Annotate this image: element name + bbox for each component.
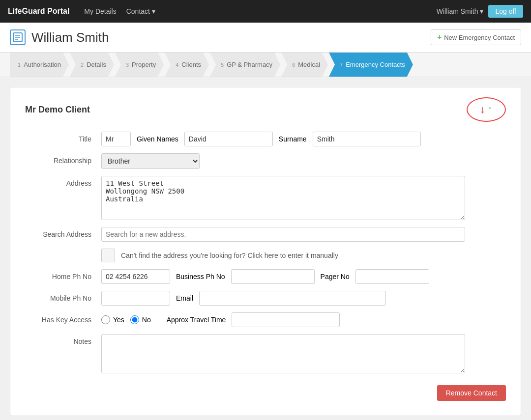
wizard-step-details[interactable]: 2 Details [70, 53, 114, 77]
nav-links: My Details Contact ▾ [84, 7, 436, 15]
travel-time-label: Approx Travel Time [167, 316, 226, 324]
title-input[interactable] [101, 132, 131, 146]
address-label: Address [25, 176, 101, 187]
email-label: Email [176, 294, 193, 302]
nav-right: William Smith Log off [437, 5, 523, 18]
key-access-row: Has Key Access Yes No Approx Travel Time [25, 312, 506, 327]
key-access-label: Has Key Access [25, 312, 101, 324]
wizard-step-clients[interactable]: 4 Clients [165, 53, 209, 77]
mobile-email-row: Mobile Ph No Email [25, 291, 506, 306]
surname-input[interactable] [313, 132, 421, 146]
relationship-select[interactable]: Brother Sister Mother Father Son Daughte… [101, 153, 200, 169]
remove-area: Remove Contact [25, 380, 506, 401]
step-num-4: 4 [176, 62, 178, 68]
wizard-step-medical[interactable]: 6 Medical [281, 53, 328, 77]
phone-row: Home Ph No Business Ph No Pager No [25, 269, 506, 284]
wizard-step-emergency-contacts[interactable]: 7 Emergency Contacts [329, 53, 413, 77]
search-address-input[interactable] [101, 227, 465, 242]
notes-row: Notes [25, 334, 506, 373]
wizard-step-gp-pharmacy[interactable]: 5 GP & Pharmacy [210, 53, 280, 77]
navbar: LifeGuard Portal My Details Contact ▾ Wi… [0, 0, 531, 23]
wizard-step-property[interactable]: 3 Property [115, 53, 164, 77]
radio-yes[interactable] [101, 315, 110, 324]
business-ph-label: Business Ph No [176, 273, 225, 280]
manual-address-checkbox[interactable] [101, 249, 115, 262]
title-label: Title [25, 132, 101, 143]
manual-address-row: Can't find the address you're looking fo… [101, 249, 506, 262]
page-title: William Smith [31, 30, 109, 45]
pager-input[interactable] [355, 269, 429, 284]
relationship-row: Relationship Brother Sister Mother Fathe… [25, 153, 506, 169]
radio-no[interactable] [130, 315, 139, 324]
mobile-ph-label: Mobile Ph No [25, 291, 101, 302]
logout-button[interactable]: Log off [488, 5, 523, 18]
notes-controls [101, 334, 506, 373]
search-controls [101, 227, 506, 242]
search-address-row: Search Address [25, 227, 506, 242]
main-content: Mr Demo Client ↓ ↑ Title Given Names Sur… [0, 77, 531, 420]
manual-address-text[interactable]: Can't find the address you're looking fo… [121, 252, 338, 259]
notes-textarea[interactable] [101, 334, 465, 373]
email-input[interactable] [199, 291, 386, 306]
travel-time-input[interactable] [232, 312, 340, 327]
contact-card: Mr Demo Client ↓ ↑ Title Given Names Sur… [10, 87, 521, 416]
address-controls: 11 West Street Wollongong NSW 2500 Austr… [101, 176, 506, 220]
notes-label: Notes [25, 334, 101, 345]
radio-yes-group: Yes [101, 315, 124, 324]
page-icon [10, 29, 26, 45]
wizard-bar: 1 Authorisation 2 Details 3 Property 4 C… [0, 53, 531, 77]
business-ph-input[interactable] [231, 269, 315, 284]
phone-controls: Business Ph No Pager No [101, 269, 506, 284]
key-access-controls: Yes No Approx Travel Time [101, 312, 506, 327]
relationship-label: Relationship [25, 153, 101, 165]
brand: LifeGuard Portal [8, 7, 69, 16]
remove-contact-button[interactable]: Remove Contact [437, 385, 506, 401]
nav-my-details[interactable]: My Details [84, 7, 116, 15]
address-row: Address 11 West Street Wollongong NSW 25… [25, 176, 506, 220]
search-address-label: Search Address [25, 227, 101, 238]
home-ph-input[interactable] [101, 269, 170, 284]
step-num-2: 2 [81, 62, 84, 68]
surname-label: Surname [279, 135, 307, 143]
given-names-label: Given Names [137, 135, 178, 143]
arrow-down-icon[interactable]: ↓ [480, 103, 485, 116]
name-row: Title Given Names Surname [25, 132, 506, 146]
home-ph-label: Home Ph No [25, 269, 101, 280]
radio-no-label: No [142, 316, 151, 324]
page-header: William Smith + New Emergency Contact [0, 23, 531, 53]
step-num-5: 5 [221, 62, 224, 68]
step-num-7: 7 [340, 62, 343, 68]
new-emergency-contact-button[interactable]: + New Emergency Contact [431, 29, 521, 45]
mobile-ph-input[interactable] [101, 291, 170, 306]
card-title-text: Mr Demo Client [25, 105, 90, 115]
sort-arrows: ↓ ↑ [467, 97, 506, 122]
radio-yes-label: Yes [113, 316, 124, 324]
step-num-1: 1 [18, 62, 21, 68]
name-controls: Given Names Surname [101, 132, 506, 146]
relationship-controls: Brother Sister Mother Father Son Daughte… [101, 153, 506, 169]
card-title-area: Mr Demo Client ↓ ↑ [25, 97, 506, 122]
mobile-email-controls: Email [101, 291, 506, 306]
nav-contact[interactable]: Contact ▾ [126, 7, 155, 15]
radio-no-group: No [130, 315, 151, 324]
step-num-3: 3 [126, 62, 129, 68]
arrow-up-icon[interactable]: ↑ [487, 103, 493, 116]
address-textarea[interactable]: 11 West Street Wollongong NSW 2500 Austr… [101, 176, 465, 220]
given-names-input[interactable] [184, 132, 273, 146]
wizard-step-authorisation[interactable]: 1 Authorisation [10, 53, 69, 77]
plus-icon: + [437, 33, 442, 42]
page-title-area: William Smith [10, 29, 109, 45]
step-num-6: 6 [292, 62, 295, 68]
pager-label: Pager No [321, 273, 350, 280]
nav-user[interactable]: William Smith [437, 7, 484, 15]
